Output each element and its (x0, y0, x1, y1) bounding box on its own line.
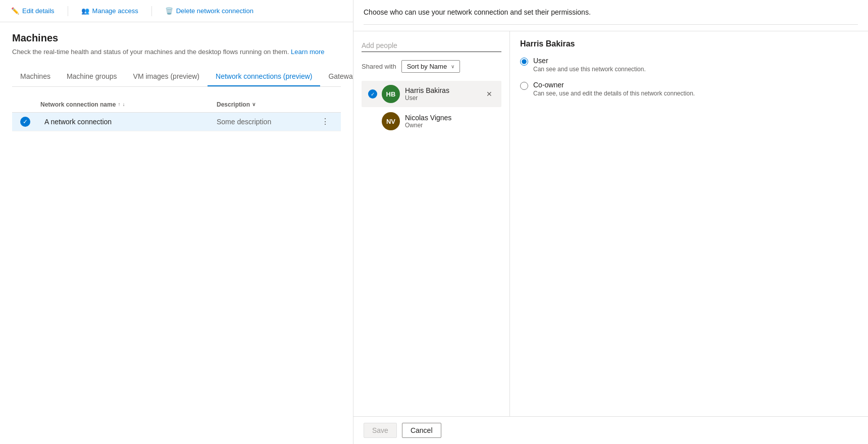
user-item-harris[interactable]: ✓ HB Harris Bakiras User ✕ (362, 81, 501, 107)
permission-coowner-title: Co-owner (533, 81, 695, 89)
user-role-nicolas: Owner (405, 122, 496, 129)
selected-indicator: ✓ (20, 117, 30, 127)
permissions-user-name: Harris Bakiras (520, 39, 858, 48)
shared-with-row: Shared with Sort by Name ∨ (362, 60, 501, 73)
avatar-initials-nicolas: NV (386, 118, 395, 125)
toolbar-separator-2 (151, 6, 152, 16)
header-name-label: Network connection name (40, 101, 116, 108)
avatar-nicolas: NV (382, 112, 400, 130)
access-header: Choose who can use your network connecti… (353, 0, 868, 31)
radio-user-container[interactable] (520, 58, 528, 67)
tab-vm-images[interactable]: VM images (preview) (125, 67, 208, 86)
sort-asc-icon: ↑ (118, 102, 120, 107)
sort-desc-icon: ↓ (122, 102, 125, 107)
delete-connection-label: Delete network connection (176, 7, 253, 15)
user-list: ✓ HB Harris Bakiras User ✕ NV (362, 81, 501, 134)
user-name-harris: Harris Bakiras (405, 86, 482, 94)
edit-icon: ✏️ (11, 7, 19, 15)
radio-coowner-container[interactable] (520, 82, 528, 91)
permission-coowner-desc: Can see, use and edit the details of thi… (533, 90, 695, 97)
avatar-harris: HB (382, 85, 400, 103)
tab-network-connections[interactable]: Network connections (preview) (208, 67, 320, 86)
left-panel: ✏️ Edit details 👥 Manage access 🗑️ Delet… (0, 0, 353, 444)
selected-check-icon: ✓ (368, 89, 377, 98)
user-name-nicolas: Nicolas Vignes (405, 114, 496, 122)
page-title: Machines (12, 32, 341, 44)
user-info-harris: Harris Bakiras User (405, 86, 482, 102)
row-name: A network connection (40, 118, 217, 126)
page-desc-text: Check the real-time health and status of… (12, 48, 289, 56)
remove-user-harris-button[interactable]: ✕ (482, 87, 496, 101)
radio-user[interactable] (520, 58, 528, 66)
access-body: Shared with Sort by Name ∨ ✓ HB Harris (353, 31, 868, 416)
permission-user-title: User (533, 57, 646, 65)
permissions-panel: Harris Bakiras User Can see and use this… (510, 31, 868, 416)
access-people-panel: Shared with Sort by Name ∨ ✓ HB Harris (353, 31, 510, 416)
user-check-harris: ✓ (367, 89, 379, 98)
shared-with-label: Shared with (362, 63, 396, 70)
tab-gateways[interactable]: Gateways (320, 67, 353, 86)
row-description: Some description (217, 118, 318, 126)
add-people-input[interactable] (362, 39, 501, 52)
permission-coowner-text: Co-owner Can see, use and edit the detai… (533, 81, 695, 97)
chevron-down-icon: ∨ (451, 64, 454, 69)
table-header: Network connection name ↑ ↓ Description … (12, 97, 341, 113)
permission-user-desc: Can see and use this network connection. (533, 66, 646, 73)
sort-dropdown-label: Sort by Name (407, 63, 447, 70)
permission-user-option: User Can see and use this network connec… (520, 57, 858, 73)
sort-desc-chevron-icon: ∨ (252, 102, 256, 107)
access-footer: Save Cancel (353, 416, 868, 444)
delete-connection-button[interactable]: 🗑️ Delete network connection (162, 5, 257, 17)
delete-icon: 🗑️ (165, 7, 173, 15)
tab-machine-groups[interactable]: Machine groups (59, 67, 125, 86)
manage-access-icon: 👥 (81, 7, 89, 15)
toolbar-separator-1 (68, 6, 68, 16)
edit-details-button[interactable]: ✏️ Edit details (8, 5, 58, 17)
radio-coowner[interactable] (520, 82, 528, 90)
row-checkbox[interactable]: ✓ (20, 117, 40, 127)
permission-coowner-option: Co-owner Can see, use and edit the detai… (520, 81, 858, 97)
edit-details-label: Edit details (22, 7, 55, 15)
cancel-button[interactable]: Cancel (402, 423, 441, 438)
avatar-initials-harris: HB (386, 90, 396, 98)
header-name-col[interactable]: Network connection name ↑ ↓ (40, 101, 217, 108)
page-description: Check the real-time health and status of… (12, 47, 341, 57)
save-button[interactable]: Save (364, 423, 397, 438)
tabs-bar: Machines Machine groups VM images (previ… (12, 67, 341, 87)
manage-access-label: Manage access (92, 7, 138, 15)
sort-dropdown[interactable]: Sort by Name ∨ (401, 60, 460, 73)
access-description: Choose who can use your network connecti… (364, 8, 858, 16)
toolbar: ✏️ Edit details 👥 Manage access 🗑️ Delet… (0, 0, 353, 22)
right-panel: Choose who can use your network connecti… (353, 0, 868, 444)
user-role-harris: User (405, 94, 482, 102)
user-item-nicolas[interactable]: NV Nicolas Vignes Owner (362, 108, 501, 134)
user-info-nicolas: Nicolas Vignes Owner (405, 114, 496, 129)
table-row[interactable]: ✓ A network connection Some description … (12, 113, 341, 131)
header-description-col[interactable]: Description ∨ (217, 101, 318, 108)
row-more-button[interactable]: ⋮ (318, 117, 333, 126)
tab-machines[interactable]: Machines (12, 67, 59, 86)
manage-access-button[interactable]: 👥 Manage access (78, 5, 141, 17)
permission-user-text: User Can see and use this network connec… (533, 57, 646, 73)
header-desc-label: Description (217, 101, 250, 108)
learn-more-link[interactable]: Learn more (291, 48, 324, 56)
main-content: Machines Check the real-time health and … (0, 22, 353, 444)
